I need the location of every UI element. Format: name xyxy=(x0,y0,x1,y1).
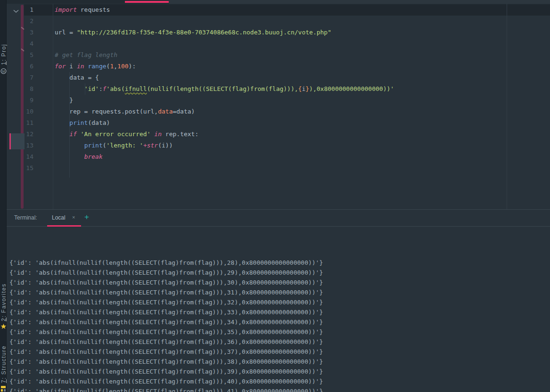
code-line[interactable]: 3url = "http://236fd178-f35e-4f3e-88e0-7… xyxy=(7,27,550,38)
line-number: 4 xyxy=(7,38,33,49)
line-number: 13 xyxy=(7,140,33,151)
code-line[interactable]: 11 print(data) xyxy=(7,117,550,129)
code-text: data = { xyxy=(55,72,99,83)
terminal-output-line: {'id': 'abs(ifnull(nullif(length((SELECT… xyxy=(9,317,547,327)
line-number: 12 xyxy=(7,129,33,140)
line-number: 10 xyxy=(7,106,33,117)
tool-window-bar: 1: Proj M 2: Favorites 7: Structure xyxy=(0,0,7,392)
terminal-output-line: {'id': 'abs(ifnull(nullif(length((SELECT… xyxy=(9,357,547,367)
terminal-output-line: {'id': 'abs(ifnull(nullif(length((SELECT… xyxy=(9,287,547,297)
line-number: 7 xyxy=(7,72,33,83)
line-number: 15 xyxy=(7,163,33,174)
svg-text:M: M xyxy=(2,70,5,73)
code-line[interactable]: 2 xyxy=(7,16,550,27)
code-lines: 1import requests23url = "http://236fd178… xyxy=(7,4,550,174)
code-text: } xyxy=(55,95,73,106)
code-line[interactable]: 10 rep = requests.post(url,data=data) xyxy=(7,106,550,117)
sidebar-item-favorites[interactable]: 2: Favorites xyxy=(0,283,7,321)
line-number: 6 xyxy=(7,61,33,72)
code-line[interactable]: 6for i in range(1,100): xyxy=(7,61,550,72)
code-editor[interactable]: 1import requests23url = "http://236fd178… xyxy=(7,4,550,210)
sidebar-item-project[interactable]: 1: Proj xyxy=(0,44,7,65)
terminal-output-line: {'id': 'abs(ifnull(nullif(length((SELECT… xyxy=(9,307,547,317)
structure-icon[interactable] xyxy=(0,385,7,392)
line-number: 9 xyxy=(7,95,33,106)
terminal-output-line: {'id': 'abs(ifnull(nullif(length((SELECT… xyxy=(9,337,547,347)
code-text: 'id':f'abs(ifnull(nullif(length((SELECT(… xyxy=(55,83,394,95)
terminal-output-line: {'id': 'abs(ifnull(nullif(length((SELECT… xyxy=(9,268,547,278)
code-text: import requests xyxy=(55,4,110,16)
line-number: 1 xyxy=(7,4,33,16)
code-line[interactable]: 13 print('length: '+str(i)) xyxy=(7,140,550,151)
terminal-output-line: {'id': 'abs(ifnull(nullif(length((SELECT… xyxy=(9,258,547,268)
terminal-output-line: {'id': 'abs(ifnull(nullif(length((SELECT… xyxy=(9,297,547,307)
line-number: 8 xyxy=(7,83,33,95)
terminal-output-line: {'id': 'abs(ifnull(nullif(length((SELECT… xyxy=(9,376,547,386)
code-line[interactable]: 14 break xyxy=(7,151,550,163)
code-line[interactable]: 8 'id':f'abs(ifnull(nullif(length((SELEC… xyxy=(7,83,550,95)
editor-tab-strip xyxy=(7,0,550,4)
project-icon[interactable]: M xyxy=(0,67,7,74)
terminal-output-line: {'id': 'abs(ifnull(nullif(length((SELECT… xyxy=(9,367,547,376)
code-line[interactable]: 9 } xyxy=(7,95,550,106)
close-icon[interactable]: × xyxy=(72,214,75,220)
terminal-header: Terminal: Local × + xyxy=(0,209,550,227)
code-text: if 'An error occurred' in rep.text: xyxy=(55,129,198,140)
terminal-output-line: {'id': 'abs(ifnull(nullif(length((SELECT… xyxy=(9,327,547,337)
terminal-tab-underline xyxy=(47,225,81,227)
code-text: print('length: '+str(i)) xyxy=(55,140,173,151)
ide-window: 1: Proj M 2: Favorites 7: Structure 1im xyxy=(0,0,550,392)
new-session-plus-icon[interactable]: + xyxy=(84,212,89,222)
line-number: 2 xyxy=(7,16,33,27)
line-number: 5 xyxy=(7,49,33,61)
code-line[interactable]: 15 xyxy=(7,163,550,174)
code-text: rep = requests.post(url,data=data) xyxy=(55,106,195,117)
terminal-output-line: {'id': 'abs(ifnull(nullif(length((SELECT… xyxy=(9,386,547,392)
terminal-output-line: {'id': 'abs(ifnull(nullif(length((SELECT… xyxy=(9,278,547,287)
terminal-label: Terminal: xyxy=(14,214,37,221)
code-line[interactable]: 12 if 'An error occurred' in rep.text: xyxy=(7,129,550,140)
code-text: print(data) xyxy=(55,117,110,129)
code-line[interactable]: 5# get flag length xyxy=(7,49,550,61)
active-tab-underline xyxy=(125,1,169,3)
code-text: for i in range(1,100): xyxy=(55,61,136,72)
star-icon[interactable] xyxy=(0,323,7,329)
terminal-panel: Terminal: Local × + {'id': 'abs(ifnull(n… xyxy=(0,209,550,392)
code-text: # get flag length xyxy=(55,49,117,61)
code-text: url = "http://236fd178-f35e-4f3e-88e0-70… xyxy=(55,27,331,38)
line-number: 14 xyxy=(7,151,33,163)
terminal-output-line: {'id': 'abs(ifnull(nullif(length((SELECT… xyxy=(9,347,547,357)
sidebar-item-structure[interactable]: 7: Structure xyxy=(0,345,7,383)
code-line[interactable]: 7 data = { xyxy=(7,72,550,83)
line-number: 11 xyxy=(7,117,33,129)
terminal-tab-local[interactable]: Local xyxy=(52,214,66,221)
code-line[interactable]: 4 xyxy=(7,38,550,49)
code-line[interactable]: 1import requests xyxy=(7,4,550,16)
terminal-output[interactable]: {'id': 'abs(ifnull(nullif(length((SELECT… xyxy=(9,228,547,392)
code-text: break xyxy=(55,151,103,163)
line-number: 3 xyxy=(7,27,33,38)
